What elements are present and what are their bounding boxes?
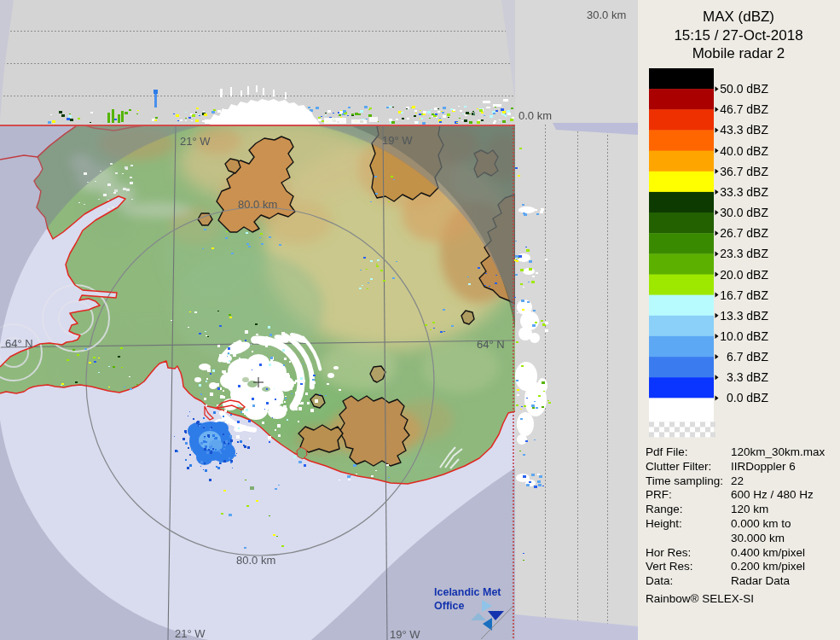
svg-text:30.0 km: 30.0 km: [587, 9, 626, 21]
svg-text:36.7 dBZ: 36.7 dBZ: [720, 165, 768, 178]
svg-text:Hor Res:: Hor Res:: [646, 546, 691, 559]
svg-text:21° W: 21° W: [175, 627, 206, 640]
svg-text:64° N: 64° N: [5, 337, 33, 350]
svg-text:43.3 dBZ: 43.3 dBZ: [720, 123, 768, 137]
svg-text:0.0 dBZ: 0.0 dBZ: [727, 391, 768, 404]
svg-text:0.0 km: 0.0 km: [518, 109, 552, 122]
svg-text:Icelandic Met: Icelandic Met: [434, 586, 501, 598]
svg-text:Height:: Height:: [646, 517, 682, 530]
svg-text:10.0 dBZ: 10.0 dBZ: [720, 329, 768, 343]
svg-text:64° N: 64° N: [477, 338, 505, 351]
svg-text:20.0 dBZ: 20.0 dBZ: [720, 268, 768, 282]
svg-text:Clutter Filter:: Clutter Filter:: [646, 460, 711, 473]
svg-text:22: 22: [731, 474, 744, 487]
svg-text:30.0 dBZ: 30.0 dBZ: [720, 206, 768, 219]
svg-text:6.7 dBZ: 6.7 dBZ: [727, 350, 768, 364]
svg-text:PRF:: PRF:: [646, 488, 672, 501]
svg-text:Mobile radar 2: Mobile radar 2: [692, 45, 785, 61]
svg-text:80.0 km: 80.0 km: [236, 554, 275, 567]
svg-text:26.7 dBZ: 26.7 dBZ: [720, 226, 768, 240]
svg-text:Rainbow® SELEX-SI: Rainbow® SELEX-SI: [646, 592, 754, 605]
svg-text:0.000 km to: 0.000 km to: [731, 517, 791, 530]
svg-text:30.000 km: 30.000 km: [731, 532, 785, 544]
svg-text:Office: Office: [434, 600, 464, 612]
svg-text:23.3 dBZ: 23.3 dBZ: [720, 247, 768, 260]
svg-text:0.400 km/pixel: 0.400 km/pixel: [731, 546, 805, 559]
svg-text:MAX (dBZ): MAX (dBZ): [703, 9, 774, 25]
svg-text:120 km: 120 km: [731, 503, 768, 515]
svg-text:40.0 dBZ: 40.0 dBZ: [720, 144, 768, 158]
svg-text:16.7 dBZ: 16.7 dBZ: [720, 288, 768, 302]
svg-text:33.3 dBZ: 33.3 dBZ: [720, 185, 768, 199]
svg-text:50.0 dBZ: 50.0 dBZ: [720, 82, 768, 96]
svg-text:Range:: Range:: [646, 503, 683, 515]
svg-text:Pdf File:: Pdf File:: [646, 445, 688, 458]
svg-text:19° W: 19° W: [382, 134, 413, 147]
svg-text:15:15 / 27-Oct-2018: 15:15 / 27-Oct-2018: [674, 27, 802, 44]
svg-text:Radar Data: Radar Data: [731, 574, 791, 587]
svg-text:46.7 dBZ: 46.7 dBZ: [720, 102, 768, 116]
svg-text:Data:: Data:: [646, 574, 673, 587]
svg-text:3.3 dBZ: 3.3 dBZ: [727, 370, 768, 384]
svg-text:13.3 dBZ: 13.3 dBZ: [720, 309, 768, 323]
svg-text:Vert Res:: Vert Res:: [646, 560, 693, 573]
svg-text:120km_30km.max: 120km_30km.max: [731, 445, 826, 458]
svg-text:600 Hz / 480 Hz: 600 Hz / 480 Hz: [731, 488, 814, 501]
svg-text:80.0 km: 80.0 km: [238, 198, 277, 211]
svg-text:19° W: 19° W: [390, 628, 420, 640]
svg-text:IIRDoppler 6: IIRDoppler 6: [731, 460, 796, 473]
svg-text:Time sampling:: Time sampling:: [646, 474, 723, 487]
svg-text:21° W: 21° W: [180, 135, 211, 148]
svg-text:0.200 km/pixel: 0.200 km/pixel: [731, 560, 805, 573]
